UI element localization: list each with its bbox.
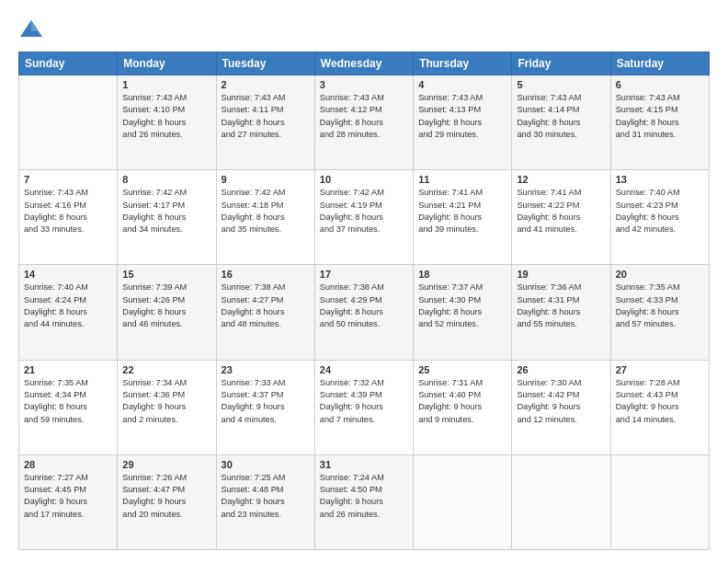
- day-info: Sunrise: 7:34 AMSunset: 4:36 PMDaylight:…: [122, 377, 210, 426]
- calendar-cell: 10Sunrise: 7:42 AMSunset: 4:19 PMDayligh…: [314, 170, 413, 265]
- calendar-cell: 28Sunrise: 7:27 AMSunset: 4:45 PMDayligh…: [19, 454, 118, 549]
- calendar-cell: 9Sunrise: 7:42 AMSunset: 4:18 PMDaylight…: [216, 170, 314, 265]
- header-cell-wednesday: Wednesday: [314, 52, 413, 75]
- header-cell-monday: Monday: [118, 52, 216, 75]
- day-number: 9: [222, 174, 310, 185]
- calendar-cell: 16Sunrise: 7:38 AMSunset: 4:27 PMDayligh…: [216, 265, 314, 360]
- header-cell-tuesday: Tuesday: [216, 52, 314, 75]
- calendar-cell: 7Sunrise: 7:43 AMSunset: 4:16 PMDaylight…: [19, 170, 118, 265]
- day-info: Sunrise: 7:38 AMSunset: 4:27 PMDaylight:…: [222, 282, 310, 330]
- calendar-cell: 29Sunrise: 7:26 AMSunset: 4:47 PMDayligh…: [118, 454, 216, 549]
- day-info: Sunrise: 7:28 AMSunset: 4:43 PMDaylight:…: [616, 377, 704, 426]
- day-number: 26: [517, 364, 605, 375]
- calendar-cell: 8Sunrise: 7:42 AMSunset: 4:17 PMDaylight…: [118, 170, 216, 265]
- day-info: Sunrise: 7:43 AMSunset: 4:13 PMDaylight:…: [418, 92, 506, 141]
- day-number: 14: [24, 269, 112, 280]
- day-info: Sunrise: 7:32 AMSunset: 4:39 PMDaylight:…: [320, 377, 408, 426]
- calendar-cell: 19Sunrise: 7:36 AMSunset: 4:31 PMDayligh…: [512, 265, 610, 360]
- calendar-cell: 15Sunrise: 7:39 AMSunset: 4:26 PMDayligh…: [118, 265, 216, 360]
- calendar-cell: [414, 454, 512, 549]
- day-info: Sunrise: 7:39 AMSunset: 4:26 PMDaylight:…: [122, 282, 210, 330]
- calendar-cell: 26Sunrise: 7:30 AMSunset: 4:42 PMDayligh…: [512, 360, 610, 454]
- calendar-cell: [19, 75, 118, 170]
- calendar-cell: 23Sunrise: 7:33 AMSunset: 4:37 PMDayligh…: [216, 360, 314, 454]
- day-info: Sunrise: 7:25 AMSunset: 4:48 PMDaylight:…: [222, 472, 310, 521]
- day-info: Sunrise: 7:33 AMSunset: 4:37 PMDaylight:…: [222, 377, 310, 426]
- day-info: Sunrise: 7:43 AMSunset: 4:14 PMDaylight:…: [517, 92, 605, 141]
- day-info: Sunrise: 7:27 AMSunset: 4:45 PMDaylight:…: [24, 472, 112, 521]
- day-number: 20: [616, 269, 704, 280]
- day-number: 24: [320, 364, 408, 375]
- calendar-cell: 22Sunrise: 7:34 AMSunset: 4:36 PMDayligh…: [118, 360, 216, 454]
- day-info: Sunrise: 7:43 AMSunset: 4:16 PMDaylight:…: [24, 187, 112, 236]
- logo: [18, 17, 48, 42]
- day-number: 25: [418, 364, 506, 375]
- calendar-header-row: SundayMondayTuesdayWednesdayThursdayFrid…: [19, 52, 710, 75]
- calendar-week-row: 28Sunrise: 7:27 AMSunset: 4:45 PMDayligh…: [19, 454, 710, 549]
- day-info: Sunrise: 7:26 AMSunset: 4:47 PMDaylight:…: [122, 472, 210, 521]
- day-number: 5: [517, 79, 605, 90]
- day-info: Sunrise: 7:36 AMSunset: 4:31 PMDaylight:…: [517, 282, 605, 330]
- day-info: Sunrise: 7:41 AMSunset: 4:22 PMDaylight:…: [517, 187, 605, 236]
- day-number: 30: [222, 459, 310, 470]
- calendar-cell: 25Sunrise: 7:31 AMSunset: 4:40 PMDayligh…: [414, 360, 512, 454]
- header-cell-thursday: Thursday: [414, 52, 512, 75]
- day-info: Sunrise: 7:43 AMSunset: 4:12 PMDaylight:…: [320, 92, 408, 141]
- calendar-cell: 2Sunrise: 7:43 AMSunset: 4:11 PMDaylight…: [216, 75, 314, 170]
- day-info: Sunrise: 7:42 AMSunset: 4:18 PMDaylight:…: [222, 187, 310, 236]
- day-number: 3: [320, 79, 408, 90]
- calendar-cell: 5Sunrise: 7:43 AMSunset: 4:14 PMDaylight…: [512, 75, 610, 170]
- calendar-cell: 1Sunrise: 7:43 AMSunset: 4:10 PMDaylight…: [118, 75, 216, 170]
- calendar-cell: 30Sunrise: 7:25 AMSunset: 4:48 PMDayligh…: [216, 454, 314, 549]
- calendar-cell: 6Sunrise: 7:43 AMSunset: 4:15 PMDaylight…: [610, 75, 709, 170]
- day-number: 23: [222, 364, 310, 375]
- calendar-cell: 13Sunrise: 7:40 AMSunset: 4:23 PMDayligh…: [610, 170, 709, 265]
- day-number: 19: [517, 269, 605, 280]
- calendar-cell: 27Sunrise: 7:28 AMSunset: 4:43 PMDayligh…: [610, 360, 709, 454]
- calendar-cell: 4Sunrise: 7:43 AMSunset: 4:13 PMDaylight…: [414, 75, 512, 170]
- day-info: Sunrise: 7:40 AMSunset: 4:23 PMDaylight:…: [616, 187, 704, 236]
- calendar-week-row: 21Sunrise: 7:35 AMSunset: 4:34 PMDayligh…: [19, 360, 710, 454]
- header-cell-saturday: Saturday: [610, 52, 709, 75]
- day-info: Sunrise: 7:24 AMSunset: 4:50 PMDaylight:…: [320, 472, 408, 521]
- day-number: 15: [122, 269, 210, 280]
- header-cell-friday: Friday: [512, 52, 610, 75]
- header: [18, 17, 710, 42]
- calendar-cell: 14Sunrise: 7:40 AMSunset: 4:24 PMDayligh…: [19, 265, 118, 360]
- calendar-cell: 17Sunrise: 7:38 AMSunset: 4:29 PMDayligh…: [314, 265, 413, 360]
- calendar-cell: 20Sunrise: 7:35 AMSunset: 4:33 PMDayligh…: [610, 265, 709, 360]
- day-number: 27: [616, 364, 704, 375]
- calendar-cell: [512, 454, 610, 549]
- calendar-table: SundayMondayTuesdayWednesdayThursdayFrid…: [18, 52, 710, 550]
- calendar-cell: 11Sunrise: 7:41 AMSunset: 4:21 PMDayligh…: [414, 170, 512, 265]
- day-info: Sunrise: 7:40 AMSunset: 4:24 PMDaylight:…: [24, 282, 112, 330]
- day-number: 28: [24, 459, 112, 470]
- day-info: Sunrise: 7:43 AMSunset: 4:10 PMDaylight:…: [122, 92, 210, 141]
- calendar-cell: 12Sunrise: 7:41 AMSunset: 4:22 PMDayligh…: [512, 170, 610, 265]
- day-info: Sunrise: 7:42 AMSunset: 4:17 PMDaylight:…: [122, 187, 210, 236]
- day-info: Sunrise: 7:35 AMSunset: 4:34 PMDaylight:…: [24, 377, 112, 426]
- calendar-cell: 18Sunrise: 7:37 AMSunset: 4:30 PMDayligh…: [414, 265, 512, 360]
- calendar-cell: 24Sunrise: 7:32 AMSunset: 4:39 PMDayligh…: [314, 360, 413, 454]
- calendar-week-row: 1Sunrise: 7:43 AMSunset: 4:10 PMDaylight…: [19, 75, 710, 170]
- day-number: 4: [418, 79, 506, 90]
- svg-marker-1: [31, 20, 39, 31]
- calendar-cell: 21Sunrise: 7:35 AMSunset: 4:34 PMDayligh…: [19, 360, 118, 454]
- day-number: 11: [418, 174, 506, 185]
- day-number: 18: [418, 269, 506, 280]
- day-number: 31: [320, 459, 408, 470]
- day-number: 12: [517, 174, 605, 185]
- day-number: 1: [122, 79, 210, 90]
- calendar-cell: 31Sunrise: 7:24 AMSunset: 4:50 PMDayligh…: [314, 454, 413, 549]
- day-info: Sunrise: 7:31 AMSunset: 4:40 PMDaylight:…: [418, 377, 506, 426]
- day-number: 2: [222, 79, 310, 90]
- day-number: 13: [616, 174, 704, 185]
- logo-icon: [18, 17, 44, 42]
- day-number: 17: [320, 269, 408, 280]
- day-number: 29: [122, 459, 210, 470]
- calendar-cell: 3Sunrise: 7:43 AMSunset: 4:12 PMDaylight…: [314, 75, 413, 170]
- day-number: 6: [616, 79, 704, 90]
- calendar-cell: [610, 454, 709, 549]
- calendar-week-row: 7Sunrise: 7:43 AMSunset: 4:16 PMDaylight…: [19, 170, 710, 265]
- day-info: Sunrise: 7:30 AMSunset: 4:42 PMDaylight:…: [517, 377, 605, 426]
